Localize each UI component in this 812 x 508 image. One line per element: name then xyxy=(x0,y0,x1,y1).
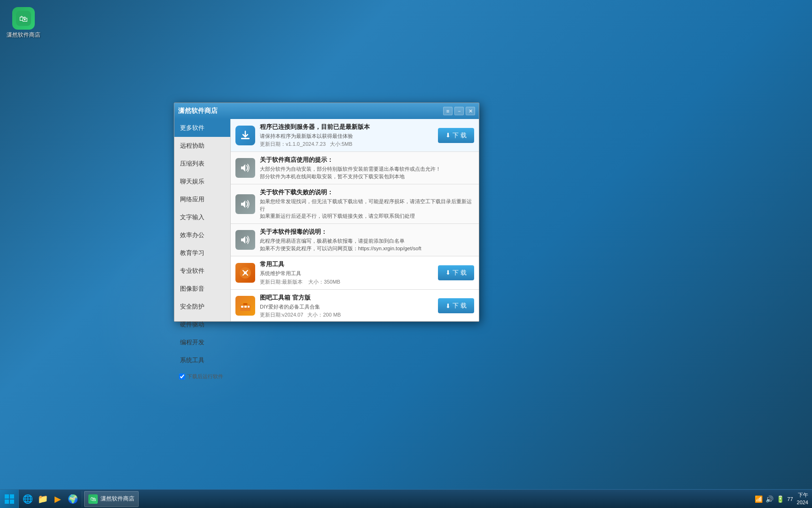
taskbar-item-store[interactable]: 🛍 潇然软件商店 xyxy=(84,491,139,507)
update-icon xyxy=(235,126,255,145)
toolbox-meta: 更新日期:v2024.07 大小：200 MB xyxy=(260,311,438,318)
sidebar-item-hardware[interactable]: 硬件驱动 xyxy=(174,316,230,333)
notice-3-title: 关于本软件报毒的说明： xyxy=(260,228,474,236)
taskbar: 🌐 📁 ▶ 🌍 🛍 潇然软件商店 📶 🔊 🔋 77 下午 2024 xyxy=(0,489,812,508)
tools-dl-icon: ⬇ xyxy=(445,269,451,276)
sidebar-item-office[interactable]: 效率办公 xyxy=(174,226,230,244)
svg-point-7 xyxy=(244,271,247,274)
notice-2-info: 关于软件下载失败的说明： 如果您经常发现找词，但无法下载或下载出错，可能是程序损… xyxy=(260,188,474,220)
sidebar-item-text-input[interactable]: 文字输入 xyxy=(174,208,230,226)
software-item-tools: 常用工具 系统维护常用工具 更新日期:最新版本 大小：350MB ⬇ 下 载 xyxy=(231,256,479,289)
software-item-toolbox: 图吧工具箱 官方版 DIY爱好者的必备工具合集 更新日期:v2024.07 大小… xyxy=(231,290,479,321)
app-window: 潇然软件商店 ≡ － ✕ 更多软件 远程协助 压缩列表 聊天娱乐 网络应用 文字… xyxy=(174,103,479,322)
sidebar-item-remote[interactable]: 远程协助 xyxy=(174,137,230,155)
notice-icon-1 xyxy=(235,158,255,178)
taskbar-clock[interactable]: 下午 2024 xyxy=(797,492,812,506)
window-body: 更多软件 远程协助 压缩列表 聊天娱乐 网络应用 文字输入 效率办公 教育学习 … xyxy=(174,119,479,321)
systray-battery-icon[interactable]: 🔋 xyxy=(776,495,784,503)
tools-desc: 系统维护常用工具 xyxy=(260,270,438,277)
tools-icon xyxy=(235,263,255,283)
svg-rect-11 xyxy=(244,306,247,308)
notice-1-title: 关于软件商店使用的提示： xyxy=(260,156,474,164)
svg-rect-23 xyxy=(10,500,14,504)
update-download-button[interactable]: ⬇ 下 载 xyxy=(438,128,474,143)
sidebar-item-system[interactable]: 系统工具 xyxy=(174,351,230,369)
svg-text:🛍: 🛍 xyxy=(19,14,28,24)
sidebar: 更多软件 远程协助 压缩列表 聊天娱乐 网络应用 文字输入 效率办公 教育学习 … xyxy=(174,119,231,321)
tools-dl-label: 下 载 xyxy=(453,269,467,277)
update-item: 程序已连接到服务器，目前已是最新版本 请保持本程序为最新版本以获得最佳体验 更新… xyxy=(231,119,479,152)
svg-rect-22 xyxy=(5,500,9,504)
clock-date: 2024 xyxy=(797,499,808,506)
window-close-button[interactable]: ✕ xyxy=(466,107,475,115)
window-controls: ≡ － ✕ xyxy=(443,107,475,115)
toolbox-icon xyxy=(235,296,255,316)
toolbox-download-button[interactable]: ⬇ 下 载 xyxy=(438,298,474,313)
quick-launch: 🌐 📁 ▶ 🌍 xyxy=(19,491,82,507)
quick-media-button[interactable]: ▶ xyxy=(51,491,65,507)
window-title: 潇然软件商店 xyxy=(178,107,218,115)
toolbox-desc: DIY爱好者的必备工具合集 xyxy=(260,303,438,310)
notice-item-1: 关于软件商店使用的提示： 大部分软件为自动安装，部分特别版软件安装前需要退出杀毒… xyxy=(231,152,479,184)
notice-item-3: 关于本软件报毒的说明： 此程序使用易语言编写，极易被杀软报毒，请提前添加到白名单… xyxy=(231,224,479,256)
tools-info: 常用工具 系统维护常用工具 更新日期:最新版本 大小：350MB xyxy=(260,260,438,285)
start-button[interactable] xyxy=(0,490,19,508)
tools-meta: 更新日期:最新版本 大小：350MB xyxy=(260,278,438,286)
notice-icon-3 xyxy=(235,230,255,250)
sidebar-item-professional[interactable]: 专业软件 xyxy=(174,262,230,280)
main-content: 程序已连接到服务器，目前已是最新版本 请保持本程序为最新版本以获得最佳体验 更新… xyxy=(231,119,479,321)
systray: 📶 🔊 🔋 77 xyxy=(751,495,796,503)
update-item-desc: 请保持本程序为最新版本以获得最佳体验 xyxy=(260,133,438,140)
notice-3-desc: 此程序使用易语言编写，极易被杀软报毒，请提前添加到白名单如果不方便安装此程序，可… xyxy=(260,238,474,252)
notice-icon-2 xyxy=(235,194,255,214)
update-item-meta: 更新日期：v1.1.0_2024.7.23 大小:5MB xyxy=(260,141,438,148)
svg-rect-2 xyxy=(241,138,250,139)
desktop-icon-store[interactable]: 🛍 潇然软件商店 xyxy=(5,7,42,39)
taskbar-store-label: 潇然软件商店 xyxy=(101,495,134,503)
systray-battery-pct: 77 xyxy=(787,496,793,502)
desktop-icon-image: 🛍 xyxy=(12,7,35,30)
sidebar-item-education[interactable]: 教育学习 xyxy=(174,244,230,262)
window-menu-button[interactable]: ≡ xyxy=(443,107,453,115)
window-titlebar: 潇然软件商店 ≡ － ✕ xyxy=(174,103,479,119)
notice-1-desc: 大部分软件为自动安装，部分特别版软件安装前需要退出杀毒软件或点击允许！部分软件为… xyxy=(260,166,474,180)
notice-2-title: 关于软件下载失败的说明： xyxy=(260,188,474,197)
sidebar-item-security[interactable]: 安全防护 xyxy=(174,298,230,316)
taskbar-items: 🛍 潇然软件商店 xyxy=(82,490,751,508)
notice-item-2: 关于软件下载失败的说明： 如果您经常发现找词，但无法下载或下载出错，可能是程序损… xyxy=(231,184,479,224)
update-item-title: 程序已连接到服务器，目前已是最新版本 xyxy=(260,123,438,131)
quick-chrome-button[interactable]: 🌍 xyxy=(66,491,80,507)
sidebar-item-media[interactable]: 图像影音 xyxy=(174,280,230,298)
update-item-info: 程序已连接到服务器，目前已是最新版本 请保持本程序为最新版本以获得最佳体验 更新… xyxy=(260,123,438,148)
toolbox-info: 图吧工具箱 官方版 DIY爱好者的必备工具合集 更新日期:v2024.07 大小… xyxy=(260,294,438,318)
update-download-label: 下 载 xyxy=(453,131,467,140)
svg-rect-12 xyxy=(248,306,250,308)
tools-title: 常用工具 xyxy=(260,260,438,269)
quick-explorer-button[interactable]: 📁 xyxy=(36,491,50,507)
systray-network-icon[interactable]: 📶 xyxy=(755,495,763,503)
sidebar-item-network[interactable]: 网络应用 xyxy=(174,190,230,208)
sidebar-item-compress[interactable]: 压缩列表 xyxy=(174,155,230,173)
desktop-icon-label: 潇然软件商店 xyxy=(7,32,40,39)
sidebar-item-dev[interactable]: 编程开发 xyxy=(174,333,230,351)
svg-marker-4 xyxy=(241,200,245,208)
auto-run-checkbox[interactable] xyxy=(179,373,185,380)
window-minimize-button[interactable]: － xyxy=(454,107,464,115)
notice-2-desc: 如果您经常发现找词，但无法下载或下载出错，可能是程序损坏，请清空工下载目录后重新… xyxy=(260,198,474,220)
svg-rect-9 xyxy=(243,303,248,305)
quick-ie-button[interactable]: 🌐 xyxy=(21,491,35,507)
sidebar-item-more-software[interactable]: 更多软件 xyxy=(174,119,230,137)
svg-rect-10 xyxy=(241,306,243,308)
sidebar-footer: 下载后运行软件 xyxy=(174,369,230,384)
notice-3-info: 关于本软件报毒的说明： 此程序使用易语言编写，极易被杀软报毒，请提前添加到白名单… xyxy=(260,228,474,252)
systray-sound-icon[interactable]: 🔊 xyxy=(765,495,773,503)
clock-time: 下午 xyxy=(797,492,808,499)
toolbox-title: 图吧工具箱 官方版 xyxy=(260,294,438,302)
tools-download-button[interactable]: ⬇ 下 载 xyxy=(438,265,474,280)
auto-run-label: 下载后运行软件 xyxy=(187,373,223,380)
windows-logo-icon xyxy=(4,494,15,504)
sidebar-item-chat[interactable]: 聊天娱乐 xyxy=(174,173,230,190)
content-scroll[interactable]: 程序已连接到服务器，目前已是最新版本 请保持本程序为最新版本以获得最佳体验 更新… xyxy=(231,119,479,321)
svg-rect-20 xyxy=(5,494,9,499)
svg-marker-5 xyxy=(241,236,245,244)
